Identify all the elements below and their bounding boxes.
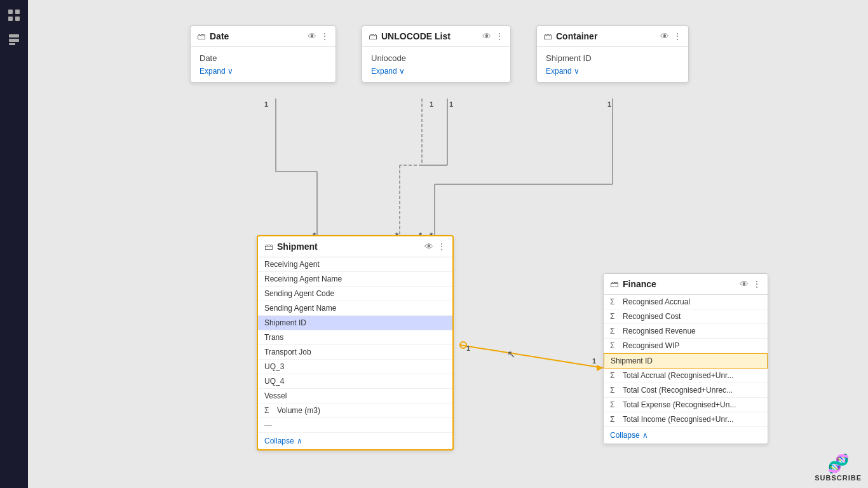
list-item: Σ Total Accrual (Recognised+Unr... [604, 369, 768, 383]
sidebar [0, 0, 28, 488]
recognised-accrual-label: Recognised Accrual [623, 297, 690, 306]
unlocode-expand-btn[interactable]: Expand ∨ [371, 67, 501, 76]
list-item: Sending Agent Name [258, 301, 452, 316]
shipment-card: 🗃 Shipment 👁 ⋮ Receiving Agent Receiving… [257, 235, 454, 451]
shipment-visibility-icon[interactable]: 👁 [424, 241, 433, 252]
ellipsis-row: — [264, 421, 272, 430]
finance-shipment-id-label: Shipment ID [611, 356, 653, 365]
list-item: Transport Job [258, 345, 452, 360]
date-expand-chevron: ∨ [227, 67, 233, 76]
list-item: Receiving Agent Name [258, 272, 452, 287]
svg-rect-4 [9, 34, 19, 37]
list-item: — [258, 418, 452, 433]
shipment-table-icon: 🗃 [264, 241, 273, 252]
dna-icon: 🧬 [827, 453, 850, 474]
list-item: Σ Volume (m3) [258, 403, 452, 418]
list-item: Σ Total Income (Recognised+Unr... [604, 412, 768, 427]
grid-icon[interactable] [5, 6, 23, 24]
finance-card-header: 🗃 Finance 👁 ⋮ [604, 274, 768, 295]
date-expand-btn[interactable]: Expand ∨ [200, 67, 327, 76]
unlocode-field: Unlocode [371, 53, 501, 63]
total-expense-label: Total Expense (Recognised+Un... [623, 400, 736, 409]
list-item: Σ Recognised Accrual [604, 295, 768, 309]
finance-collapse-btn[interactable]: Collapse ∧ [604, 427, 768, 444]
unlocode-table-icon: 🗃 [369, 31, 377, 41]
canvas: 1 1 1 1 * * * * 1 1 🗃 Date 👁 ⋮ Date Expa… [28, 0, 868, 488]
list-item: Σ Total Expense (Recognised+Un... [604, 398, 768, 412]
svg-point-23 [460, 342, 466, 348]
svg-text:1: 1 [466, 344, 470, 352]
list-item: Trans [258, 330, 452, 345]
transport-job-label: Transport Job [264, 348, 311, 356]
container-visibility-icon[interactable]: 👁 [660, 31, 669, 41]
list-item: Sending Agent Code [258, 287, 452, 301]
finance-card-title: Finance [623, 279, 736, 289]
list-item: Σ Recognised Cost [604, 309, 768, 324]
container-expand-chevron: ∨ [574, 67, 580, 76]
svg-text:1: 1 [430, 100, 433, 108]
unlocode-card-actions[interactable]: 👁 ⋮ [482, 31, 504, 41]
sigma-icon: Σ [610, 297, 619, 306]
finance-card: 🗃 Finance 👁 ⋮ Σ Recognised Accrual Σ Rec… [603, 273, 768, 444]
finance-shipment-id-row: Shipment ID [604, 353, 768, 369]
svg-rect-5 [9, 39, 19, 42]
container-more-icon[interactable]: ⋮ [673, 31, 682, 41]
finance-visibility-icon[interactable]: 👁 [740, 279, 749, 289]
date-more-icon[interactable]: ⋮ [320, 31, 329, 41]
svg-text:1: 1 [264, 100, 268, 108]
sigma-icon: Σ [610, 371, 619, 380]
unlocode-more-icon[interactable]: ⋮ [495, 31, 504, 41]
sigma-icon: Σ [610, 415, 619, 424]
sigma-icon: Σ [264, 406, 273, 415]
finance-collapse-chevron: ∧ [642, 431, 648, 440]
uq4-label: UQ_4 [264, 377, 284, 386]
container-card-body: Shipment ID Expand ∨ [537, 47, 688, 82]
finance-more-icon[interactable]: ⋮ [752, 279, 761, 289]
finance-card-actions[interactable]: 👁 ⋮ [740, 279, 761, 289]
svg-rect-3 [15, 17, 20, 21]
svg-marker-22 [597, 365, 603, 371]
shipment-card-header: 🗃 Shipment 👁 ⋮ [258, 236, 452, 257]
svg-rect-0 [8, 10, 13, 14]
layers-icon[interactable] [5, 30, 23, 48]
sigma-icon: Σ [610, 386, 619, 395]
receiving-agent-name-label: Receiving Agent Name [264, 274, 342, 283]
date-visibility-icon[interactable]: 👁 [308, 31, 316, 41]
total-income-label: Total Income (Recognised+Unr... [623, 415, 733, 424]
list-item: Shipment ID [258, 316, 452, 330]
date-card-body: Date Expand ∨ [191, 47, 336, 82]
container-card: 🗃 Container 👁 ⋮ Shipment ID Expand ∨ [536, 25, 689, 83]
finance-table-icon: 🗃 [610, 279, 619, 289]
container-table-icon: 🗃 [543, 31, 552, 41]
list-item: Receiving Agent [258, 257, 452, 272]
container-field: Shipment ID [546, 53, 679, 63]
cursor-indicator: ↖ [507, 348, 515, 360]
container-card-actions[interactable]: 👁 ⋮ [660, 31, 682, 41]
recognised-cost-label: Recognised Cost [623, 312, 681, 321]
unlocode-expand-chevron: ∨ [399, 67, 405, 76]
shipment-card-title: Shipment [277, 241, 421, 252]
shipment-collapse-chevron: ∧ [297, 437, 302, 445]
sigma-icon: Σ [610, 341, 619, 350]
sending-agent-name-label: Sending Agent Name [264, 304, 336, 313]
list-item: UQ_4 [258, 374, 452, 389]
svg-rect-2 [8, 17, 13, 21]
watermark: 🧬 SUBSCRIBE [815, 453, 862, 482]
date-table-icon: 🗃 [197, 31, 206, 41]
total-accrual-label: Total Accrual (Recognised+Unr... [623, 371, 733, 380]
container-expand-btn[interactable]: Expand ∨ [546, 67, 679, 76]
date-card-actions[interactable]: 👁 ⋮ [308, 31, 329, 41]
shipment-more-icon[interactable]: ⋮ [437, 241, 446, 252]
receiving-agent-label: Receiving Agent [264, 260, 320, 269]
container-card-title: Container [556, 31, 656, 41]
list-item: Σ Recognised Revenue [604, 324, 768, 339]
subscribe-text: SUBSCRIBE [815, 474, 862, 482]
shipment-card-actions[interactable]: 👁 ⋮ [424, 241, 446, 252]
unlocode-card-body: Unlocode Expand ∨ [362, 47, 510, 82]
unlocode-visibility-icon[interactable]: 👁 [482, 31, 491, 41]
list-item: Σ Recognised WIP [604, 339, 768, 353]
shipment-collapse-btn[interactable]: Collapse ∧ [258, 433, 452, 449]
list-item: Σ Total Cost (Recognised+Unrec... [604, 383, 768, 398]
shipment-rows: Receiving Agent Receiving Agent Name Sen… [258, 257, 452, 433]
sending-agent-code-label: Sending Agent Code [264, 289, 334, 298]
